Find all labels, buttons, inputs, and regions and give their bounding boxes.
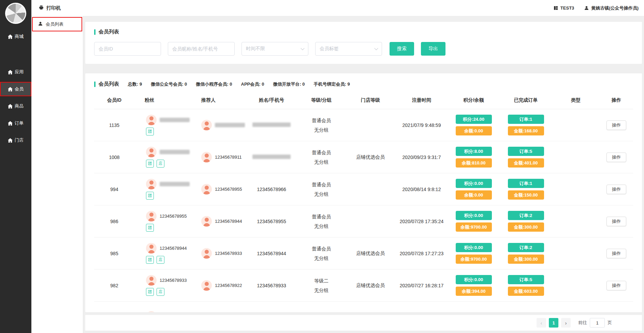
prev-page-button[interactable]: ‹ bbox=[537, 318, 546, 328]
points-badge: 积分:8.00 bbox=[456, 147, 492, 156]
sidebar-item-label: 应用 bbox=[15, 69, 24, 75]
amount-badge: 金额:300.00 bbox=[508, 255, 544, 264]
name-phone-redacted bbox=[252, 155, 291, 159]
keyword-input[interactable] bbox=[168, 42, 235, 56]
member-id-input[interactable] bbox=[94, 42, 161, 56]
fan-tag: 团 bbox=[146, 192, 154, 200]
export-button[interactable]: 导出 bbox=[421, 42, 445, 56]
submenu-item-member-list[interactable]: 会员列表 bbox=[32, 17, 82, 31]
home-icon bbox=[8, 104, 13, 108]
home-icon bbox=[8, 70, 13, 74]
fan-tag: 团 bbox=[146, 288, 154, 296]
sidebar-item-label: 会员 bbox=[15, 86, 24, 92]
fan-name-redacted bbox=[160, 150, 190, 154]
next-page-button[interactable]: › bbox=[561, 318, 571, 328]
sidebar-item-apps[interactable]: 应用 bbox=[0, 65, 31, 79]
member-table-panel: 会员列表 总数: 9微信公众号会员: 0微信小程序会员: 0APP会员: 0微信… bbox=[85, 73, 642, 312]
table-row: 操作 bbox=[94, 302, 633, 312]
member-icon bbox=[38, 21, 43, 27]
sidebar-item-stores[interactable]: 门店 bbox=[0, 133, 31, 147]
time-filter-select[interactable]: 时间不限 bbox=[241, 42, 308, 56]
member-group: 无分组 bbox=[297, 254, 345, 263]
register-time: 2020/07/28 17:35:24 bbox=[400, 219, 443, 224]
goto-label: 前往 bbox=[578, 320, 587, 326]
orders-badge: 订单:1 bbox=[508, 179, 544, 188]
orders-badge: 订单:5 bbox=[508, 275, 544, 284]
register-time-cell: 2021/07/9 9:48:59 bbox=[396, 121, 448, 130]
column-header-7: 积分/余额 bbox=[448, 97, 500, 103]
main-content: 会员列表 时间不限 会员标签 搜索 导出 bbox=[83, 16, 644, 333]
name-phone-cell: 12345678966 bbox=[246, 187, 297, 192]
store-level: 店铺优选会员 bbox=[356, 154, 385, 160]
filter-panel-title: 会员列表 bbox=[94, 29, 633, 35]
name-phone-cell bbox=[246, 155, 297, 160]
referrer-avatar bbox=[201, 216, 212, 227]
referrer-cell bbox=[192, 120, 246, 130]
referrer-cell: 12345678911 bbox=[192, 152, 246, 162]
member-id: 985 bbox=[110, 251, 118, 256]
orders-badge: 订单:5 bbox=[508, 147, 544, 156]
row-action-button[interactable]: 操作 bbox=[606, 217, 626, 226]
user-menu[interactable]: 黄姚古镇(公众号操作员) bbox=[584, 5, 639, 11]
referrer-cell: 12345678933 bbox=[192, 248, 246, 259]
balance-badge: 余额:0.00 bbox=[456, 126, 492, 135]
name-phone-cell: 12345678944 bbox=[246, 251, 297, 256]
sidebar-item-orders[interactable]: 订单 bbox=[0, 116, 31, 130]
row-action-button[interactable]: 操作 bbox=[606, 185, 626, 194]
orders-badge: 订单:1 bbox=[508, 115, 544, 124]
fan-avatar bbox=[146, 211, 157, 221]
referrer-name: 12345678922 bbox=[215, 283, 242, 288]
name-phone: 12345678966 bbox=[257, 187, 286, 192]
shop-logo[interactable] bbox=[5, 3, 26, 24]
table-row: 994 团 12345678955 12345678966 普通会员 无分组 bbox=[94, 173, 633, 205]
sidebar-item-members[interactable]: 会员 bbox=[0, 82, 31, 96]
goto-page-input[interactable] bbox=[590, 318, 605, 328]
row-action-button[interactable]: 操作 bbox=[606, 153, 626, 162]
fan-tag: 团 bbox=[146, 160, 154, 168]
member-id-cell: 982 bbox=[94, 283, 134, 288]
amount-badge: 金额:150.00 bbox=[508, 190, 544, 200]
row-action-button[interactable]: 操作 bbox=[606, 281, 626, 290]
column-header-2: 推荐人 bbox=[192, 97, 246, 103]
printer-menu-item[interactable]: 打印机 bbox=[39, 5, 61, 11]
member-level: 普通会员 bbox=[297, 212, 345, 221]
lower-zone: 会员列表 会员列表 时间不限 会员标签 bbox=[31, 16, 644, 333]
register-time-cell: 2020/07/28 17:35:24 bbox=[396, 217, 448, 226]
referrer-cell: 12345678944 bbox=[192, 216, 246, 227]
name-phone-cell: 12345678955 bbox=[246, 219, 297, 224]
column-header-6: 注册时间 bbox=[396, 97, 448, 103]
home-icon bbox=[8, 121, 13, 126]
time-filter-value: 时间不限 bbox=[246, 46, 265, 52]
home-icon bbox=[8, 138, 13, 143]
filter-panel: 会员列表 时间不限 会员标签 搜索 导出 bbox=[85, 22, 642, 64]
workspace-label: TEST3 bbox=[560, 5, 574, 11]
action-cell: 操作 bbox=[600, 249, 633, 258]
row-action-button[interactable]: 操作 bbox=[606, 249, 626, 258]
referrer-avatar bbox=[201, 152, 212, 162]
tag-filter-select[interactable]: 会员标签 bbox=[315, 42, 382, 56]
fan-cell: 12345678944 团店 bbox=[134, 237, 192, 269]
table-row: 982 12345678933 团店 12345678922 123456789… bbox=[94, 270, 633, 302]
member-group: 无分组 bbox=[297, 125, 345, 135]
workspace-switcher[interactable]: TEST3 bbox=[554, 5, 574, 11]
page-1-button[interactable]: 1 bbox=[549, 318, 558, 328]
referrer-name: 12345678955 bbox=[215, 187, 242, 192]
amount-badge: 金额:603.00 bbox=[508, 287, 544, 296]
referrer-name: 12345678944 bbox=[215, 219, 242, 224]
member-id-cell: 985 bbox=[94, 251, 134, 256]
name-phone-cell bbox=[246, 122, 297, 128]
filter-row: 时间不限 会员标签 搜索 导出 bbox=[94, 42, 633, 56]
member-stat: 微信公众号会员: 0 bbox=[151, 81, 187, 87]
search-button[interactable]: 搜索 bbox=[390, 42, 414, 56]
fan-avatar bbox=[146, 311, 157, 313]
home-icon bbox=[8, 87, 13, 91]
register-time: 2021/07/9 9:48:59 bbox=[402, 122, 441, 128]
sidebar-item-mall[interactable]: 商城 bbox=[0, 29, 31, 44]
store-level-cell: 店铺优选会员 bbox=[345, 154, 396, 160]
row-action-button[interactable]: 操作 bbox=[606, 120, 626, 130]
fan-avatar bbox=[146, 243, 157, 254]
name-phone: 12345678944 bbox=[257, 251, 286, 256]
sidebar-item-products[interactable]: 商品 bbox=[0, 99, 31, 113]
sidebar-item-label: 门店 bbox=[15, 137, 24, 143]
member-id-cell: 986 bbox=[94, 219, 134, 224]
